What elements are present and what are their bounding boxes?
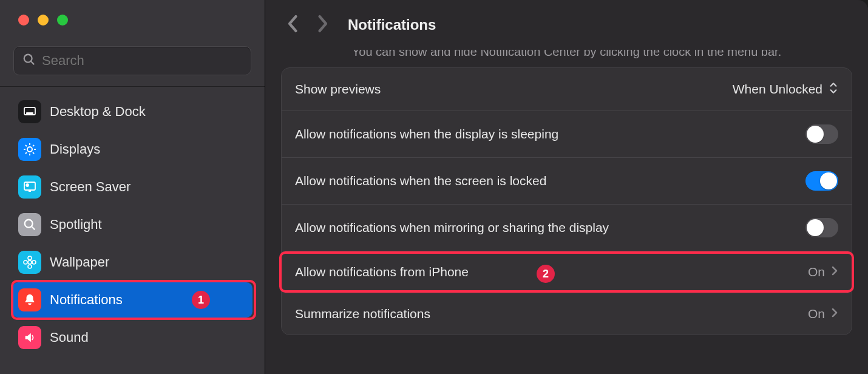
svg-point-15 — [25, 220, 33, 228]
chevron-right-icon — [831, 307, 838, 321]
search-input[interactable] — [42, 53, 242, 69]
toggle-locked[interactable] — [805, 171, 838, 191]
sidebar-item-label: Notifications — [50, 292, 123, 308]
setting-allow-locked[interactable]: Allow notifications when the screen is l… — [282, 157, 852, 204]
sidebar-divider — [0, 86, 265, 87]
sidebar-list: Desktop & Dock Displays Screen Saver Spo… — [0, 87, 265, 362]
sidebar-item-spotlight[interactable]: Spotlight — [12, 207, 253, 242]
svg-rect-3 — [26, 112, 33, 114]
annotation-badge-1: 1 — [192, 291, 210, 309]
minimize-window-button[interactable] — [38, 15, 49, 25]
svg-line-12 — [33, 145, 34, 146]
setting-value: When Unlocked — [733, 82, 822, 97]
sidebar-item-wallpaper[interactable]: Wallpaper — [12, 245, 253, 280]
sidebar-item-screen-saver[interactable]: Screen Saver — [12, 169, 253, 205]
sidebar-item-displays[interactable]: Displays — [12, 132, 253, 167]
setting-label: Allow notifications from iPhone — [295, 265, 469, 279]
sidebar-item-label: Displays — [50, 141, 100, 157]
svg-point-4 — [27, 147, 32, 152]
search-field[interactable] — [13, 46, 251, 75]
setting-control[interactable]: On — [808, 265, 838, 279]
setting-control[interactable]: On — [808, 307, 838, 321]
setting-label: Summarize notifications — [295, 307, 430, 321]
svg-line-10 — [33, 152, 34, 154]
setting-summarize[interactable]: Summarize notifications On — [282, 293, 852, 335]
toggle-sleeping[interactable] — [805, 124, 838, 144]
chevron-right-icon — [831, 265, 838, 279]
window-controls — [0, 0, 265, 40]
setting-value: On — [808, 265, 825, 279]
nav-back-button[interactable] — [287, 15, 299, 35]
speaker-icon — [18, 326, 41, 349]
svg-line-1 — [31, 61, 35, 65]
flower-icon — [18, 251, 41, 274]
setting-allow-iphone[interactable]: Allow notifications from iPhone On 2 — [282, 251, 852, 293]
screensaver-icon — [18, 175, 41, 199]
settings-group: Show previews When Unlocked Allow notifi… — [281, 67, 852, 335]
sidebar-item-label: Wallpaper — [50, 254, 109, 270]
svg-point-20 — [24, 260, 27, 264]
toggle-mirroring[interactable] — [805, 218, 838, 237]
sidebar-item-label: Screen Saver — [50, 179, 131, 195]
main-panel: Notifications You can show and hide Noti… — [265, 0, 868, 374]
zoom-window-button[interactable] — [57, 15, 68, 25]
toolbar: Notifications — [265, 0, 868, 50]
svg-point-14 — [26, 184, 29, 186]
sidebar-item-label: Desktop & Dock — [50, 104, 146, 120]
page-title: Notifications — [348, 16, 436, 33]
desktop-icon — [18, 100, 41, 123]
search-icon — [22, 53, 36, 69]
sidebar-item-sound[interactable]: Sound — [12, 320, 253, 355]
svg-point-18 — [28, 256, 32, 260]
setting-label: Allow notifications when the display is … — [295, 127, 558, 141]
sidebar-item-label: Sound — [50, 330, 89, 345]
sidebar-item-notifications[interactable]: Notifications — [12, 282, 253, 318]
svg-line-9 — [25, 145, 27, 146]
setting-label: Allow notifications when the screen is l… — [295, 174, 546, 188]
setting-control[interactable]: When Unlocked — [733, 81, 838, 97]
sidebar: Desktop & Dock Displays Screen Saver Spo… — [0, 0, 265, 374]
svg-line-11 — [25, 152, 27, 154]
sun-icon — [18, 138, 41, 161]
notification-center-hint: You can show and hide Notification Cente… — [281, 50, 852, 67]
setting-value: On — [808, 307, 825, 321]
setting-show-previews[interactable]: Show previews When Unlocked — [282, 68, 852, 110]
setting-allow-mirroring[interactable]: Allow notifications when mirroring or sh… — [282, 204, 852, 251]
stepper-icon[interactable] — [829, 81, 838, 97]
content: You can show and hide Notification Cente… — [265, 50, 868, 374]
setting-label: Allow notifications when mirroring or sh… — [295, 220, 609, 235]
setting-label: Show previews — [295, 82, 381, 97]
close-window-button[interactable] — [18, 15, 29, 25]
svg-point-19 — [28, 265, 32, 268]
svg-point-21 — [32, 260, 36, 264]
spotlight-icon — [18, 213, 41, 236]
svg-line-16 — [32, 226, 35, 230]
svg-point-17 — [28, 260, 32, 264]
nav-forward-button[interactable] — [316, 15, 328, 35]
setting-allow-sleeping[interactable]: Allow notifications when the display is … — [282, 110, 852, 157]
sidebar-item-desktop-dock[interactable]: Desktop & Dock — [12, 94, 253, 129]
bell-icon — [18, 288, 41, 311]
sidebar-item-label: Spotlight — [50, 217, 102, 233]
annotation-badge-2: 2 — [537, 265, 555, 283]
svg-point-0 — [24, 55, 32, 63]
